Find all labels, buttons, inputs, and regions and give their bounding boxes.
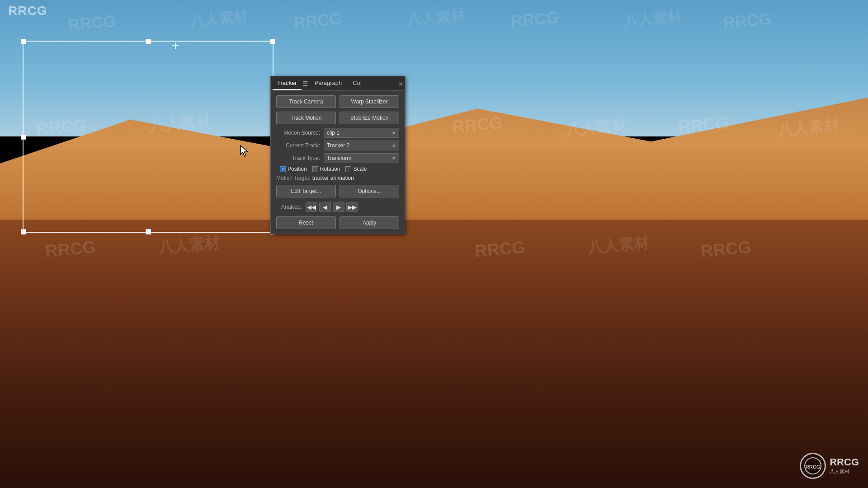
motion-source-label: Motion Source: (276, 130, 324, 136)
track-type-row: Track Type: Transform ▼ (276, 153, 399, 163)
analyze-back-btn[interactable]: ◀ (319, 202, 331, 212)
current-track-value: Tracker 2 (327, 142, 349, 149)
logo-bottom-right: RRCG RRCG 八人素材 (800, 453, 859, 479)
btn-row-1: Track Camera Warp Stabilizer (276, 95, 399, 108)
track-type-arrow: ▼ (392, 156, 396, 161)
track-motion-button[interactable]: Track Motion (276, 112, 336, 124)
motion-source-select[interactable]: clip 1 ▼ (324, 128, 399, 138)
edit-target-button[interactable]: Edit Target... (276, 185, 336, 197)
panel-expand-btn[interactable]: » (399, 80, 403, 88)
stabilize-motion-button[interactable]: Stabilize Motion (340, 112, 399, 124)
analyze-forward-btn[interactable]: ▶ (333, 202, 344, 212)
scale-checkbox-item[interactable]: Scale (345, 166, 367, 172)
tracker-menu-icon[interactable]: ☰ (302, 80, 308, 87)
analyze-back-end-btn[interactable]: ◀◀ (306, 202, 317, 212)
tracker-panel: Tracker ☰ Paragraph Col » Track Camera W… (270, 76, 405, 234)
logo-text-container: RRCG 八人素材 (830, 457, 859, 474)
motion-source-row: Motion Source: clip 1 ▼ (276, 128, 399, 138)
track-type-select[interactable]: Transform ▼ (324, 153, 399, 163)
current-track-arrow: ▼ (392, 143, 396, 148)
track-type-label: Track Type: (276, 155, 324, 161)
logo-brand-text: RRCG (830, 457, 859, 468)
sky-bg (0, 0, 868, 136)
position-checkbox[interactable]: ✓ (280, 166, 286, 172)
track-type-value: Transform (327, 155, 351, 161)
motion-source-arrow: ▼ (392, 131, 396, 136)
motion-target-row: Motion Target: tracker animation (276, 175, 399, 181)
rotation-checkbox-item[interactable]: Rotation (312, 166, 340, 172)
analyze-label: Analyze: (276, 204, 306, 210)
svg-text:RRCG: RRCG (806, 464, 820, 469)
scene: RRCG RRCG 八人素材 RRCG 八人素材 RRCG 八人素材 RRCG … (0, 0, 868, 488)
ground-bg (0, 220, 868, 488)
scale-label: Scale (353, 166, 367, 172)
bottom-btn-row: Reset Apply (276, 216, 399, 229)
analyze-controls: ◀◀ ◀ ▶ ▶▶ (306, 202, 358, 212)
logo-circle: RRCG (800, 453, 826, 479)
position-label: Position (288, 166, 307, 172)
rotation-checkbox[interactable] (312, 166, 318, 172)
motion-source-value: clip 1 (327, 130, 340, 136)
options-button[interactable]: Options... (340, 185, 399, 197)
action-btn-row: Edit Target... Options... (276, 185, 399, 197)
analyze-row: Analyze: ◀◀ ◀ ▶ ▶▶ (276, 202, 399, 212)
current-track-label: Current Track: (276, 142, 324, 149)
warp-stabilizer-button[interactable]: Warp Stabilizer (340, 95, 399, 108)
panel-header: Tracker ☰ Paragraph Col » (271, 76, 405, 91)
current-track-select[interactable]: Tracker 2 ▼ (324, 141, 399, 150)
tab-tracker[interactable]: Tracker (273, 77, 302, 90)
panel-content: Track Camera Warp Stabilizer Track Motio… (271, 91, 405, 234)
motion-target-label: Motion Target: (276, 175, 312, 181)
apply-button[interactable]: Apply (340, 216, 399, 229)
tab-col[interactable]: Col (348, 77, 366, 90)
analyze-forward-end-btn[interactable]: ▶▶ (346, 202, 358, 212)
tab-paragraph[interactable]: Paragraph (310, 77, 347, 90)
track-camera-button[interactable]: Track Camera (276, 95, 336, 108)
scale-checkbox[interactable] (345, 166, 351, 172)
motion-target-value: tracker animation (312, 175, 354, 181)
rotation-label: Rotation (320, 166, 340, 172)
transform-options-row: ✓ Position Rotation Scale (276, 166, 399, 172)
current-track-row: Current Track: Tracker 2 ▼ (276, 141, 399, 150)
btn-row-2: Track Motion Stabilize Motion (276, 112, 399, 124)
reset-button[interactable]: Reset (276, 216, 336, 229)
logo-sub-text: 八人素材 (830, 468, 859, 475)
position-checkbox-item[interactable]: ✓ Position (280, 166, 307, 172)
